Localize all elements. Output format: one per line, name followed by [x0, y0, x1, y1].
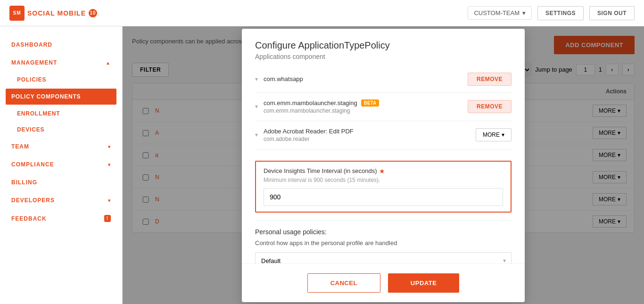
feedback-badge: !	[104, 215, 111, 222]
logo-badge: 10	[89, 9, 97, 17]
nav-right: CUSTOM-TEAM ▾ SETTINGS SIGN OUT	[468, 6, 635, 20]
team-chevron-down-icon: ▾	[108, 144, 111, 149]
logo-icon: SM	[9, 6, 25, 21]
device-insights-section: Device Insights Time Interval (in second…	[255, 149, 512, 221]
team-label: CUSTOM-TEAM	[474, 9, 520, 16]
sidebar-item-management[interactable]: MANAGEMENT ▲	[0, 54, 122, 72]
app-info-2: com.emm.mambolauncher.staging BETA com.e…	[264, 99, 468, 114]
personal-usage-section: Personal usage policies: Control how app…	[255, 221, 512, 263]
personal-usage-title: Personal usage policies:	[255, 228, 512, 236]
required-star-icon: ★	[379, 167, 385, 175]
sidebar-item-policy-components[interactable]: POLICY COMPONENTS	[6, 89, 116, 105]
sidebar-item-dashboard[interactable]: DASHBOARD	[0, 36, 122, 54]
team-selector[interactable]: CUSTOM-TEAM ▾	[468, 6, 532, 20]
management-chevron-icon: ▲	[106, 60, 111, 66]
cancel-button[interactable]: CANCEL	[307, 273, 380, 293]
sidebar-label-enrollment: ENROLLMENT	[17, 110, 60, 117]
sidebar-item-team[interactable]: TEAM ▾	[0, 138, 122, 156]
more-modal-button-3[interactable]: MORE ▾	[476, 128, 512, 141]
sidebar-label-dashboard: DASHBOARD	[11, 41, 52, 48]
sidebar-label-compliance: COMPLIANCE	[11, 161, 54, 168]
remove-button-1[interactable]: REMOVE	[468, 73, 512, 86]
sidebar-item-feedback[interactable]: FEEDBACK !	[0, 209, 122, 228]
signout-button[interactable]: SIGN OUT	[589, 6, 635, 20]
compliance-chevron-down-icon: ▾	[108, 162, 111, 167]
logo: SM SOCIAL MOBILE 10	[9, 6, 97, 21]
app-package-3: com.adobe.reader	[264, 136, 476, 142]
app-name-1: com.whatsapp	[264, 75, 468, 82]
more-modal-label-3: MORE	[483, 131, 500, 138]
configure-modal: Configure ApplicationTypePolicy Applicat…	[242, 29, 525, 302]
field-container: Device Insights Time Interval (in second…	[255, 161, 512, 213]
sidebar-label-policies: POLICIES	[17, 76, 46, 83]
sidebar: DASHBOARD MANAGEMENT ▲ POLICIES POLICY C…	[0, 26, 123, 304]
app-item-mambo: ▾ com.emm.mambolauncher.staging BETA com…	[255, 93, 512, 121]
sidebar-label-policy-components: POLICY COMPONENTS	[11, 93, 81, 100]
sidebar-item-enrollment[interactable]: ENROLLMENT	[0, 106, 122, 122]
modal-body: ▾ com.whatsapp REMOVE ▾ com.emm.mambolau…	[242, 66, 525, 263]
modal-footer: CANCEL UPDATE	[242, 263, 525, 302]
app-chevron-icon-1: ▾	[255, 76, 258, 82]
app-chevron-icon-2: ▾	[255, 103, 258, 110]
app-package-2: com.emm.mambolauncher.staging	[264, 107, 468, 114]
device-insights-input[interactable]	[264, 188, 503, 206]
app-item-whatsapp: ▾ com.whatsapp REMOVE	[255, 66, 512, 93]
sidebar-label-management: MANAGEMENT	[11, 59, 57, 66]
app-info-3: Adobe Acrobat Reader: Edit PDF com.adobe…	[264, 128, 476, 142]
sidebar-label-devices: DEVICES	[17, 126, 44, 133]
field-hint: Minimum interval is 900 seconds (15 minu…	[264, 177, 503, 183]
field-label: Device Insights Time Interval (in second…	[264, 167, 503, 175]
logo-text: SOCIAL MOBILE	[27, 9, 86, 17]
app-item-adobe: ▾ Adobe Acrobat Reader: Edit PDF com.ado…	[255, 121, 512, 149]
modal-title: Configure ApplicationTypePolicy	[255, 40, 512, 51]
sidebar-label-team: TEAM	[11, 143, 29, 150]
main-layout: DASHBOARD MANAGEMENT ▲ POLICIES POLICY C…	[0, 26, 644, 304]
sidebar-label-billing: BILLING	[11, 179, 37, 186]
sidebar-label-developers: DEVELOPERS	[11, 197, 55, 204]
top-navigation: SM SOCIAL MOBILE 10 CUSTOM-TEAM ▾ SETTIN…	[0, 0, 644, 26]
sidebar-item-policies[interactable]: POLICIES	[0, 72, 122, 88]
app-chevron-icon-3: ▾	[255, 131, 258, 138]
beta-badge: BETA	[361, 99, 379, 107]
sidebar-item-developers[interactable]: DEVELOPERS ▾	[0, 191, 122, 209]
sidebar-label-feedback: FEEDBACK	[11, 215, 47, 222]
settings-button[interactable]: SETTINGS	[537, 6, 584, 20]
personal-usage-select-wrapper: Default Allow all Block all ▾	[255, 252, 512, 263]
personal-usage-select[interactable]: Default Allow all Block all	[255, 252, 512, 263]
app-name-3: Adobe Acrobat Reader: Edit PDF	[264, 128, 476, 135]
more-modal-chevron-icon: ▾	[502, 131, 504, 138]
update-button[interactable]: UPDATE	[388, 273, 459, 293]
app-name-2: com.emm.mambolauncher.staging BETA	[264, 99, 468, 107]
modal-header: Configure ApplicationTypePolicy Applicat…	[242, 29, 525, 66]
team-chevron-icon: ▾	[522, 9, 526, 16]
app-info-1: com.whatsapp	[264, 75, 468, 82]
content-area: Policy components can be applied across …	[123, 26, 644, 304]
sidebar-item-compliance[interactable]: COMPLIANCE ▾	[0, 156, 122, 173]
remove-button-2[interactable]: REMOVE	[468, 100, 512, 113]
modal-subtitle: Applications component	[255, 53, 512, 60]
sidebar-item-billing[interactable]: BILLING	[0, 173, 122, 191]
personal-usage-description: Control how apps in the personal profile…	[255, 239, 512, 246]
sidebar-item-devices[interactable]: DEVICES	[0, 122, 122, 138]
developers-chevron-down-icon: ▾	[108, 198, 111, 203]
modal-overlay: Configure ApplicationTypePolicy Applicat…	[123, 26, 644, 304]
